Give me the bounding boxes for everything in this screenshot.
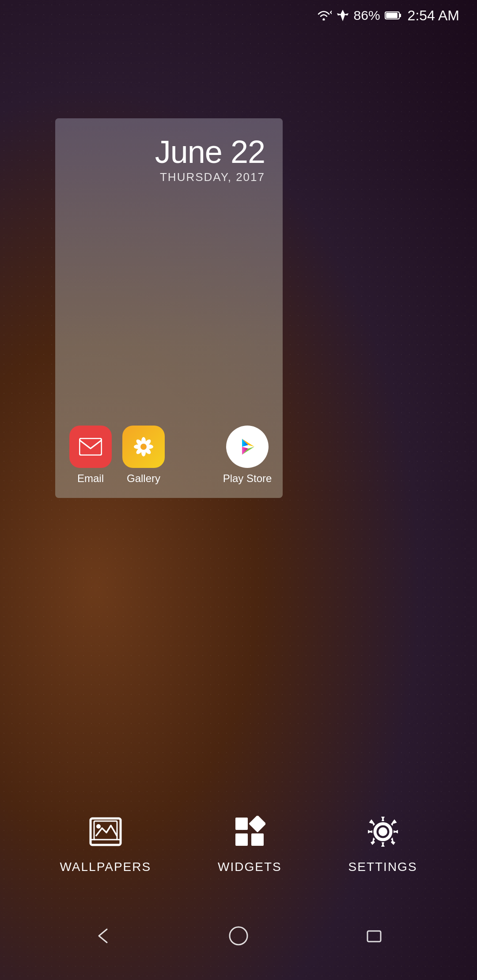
airplane-icon: [336, 9, 349, 22]
wallpapers-label: WALLPAPERS: [60, 860, 151, 874]
gallery-app-icon[interactable]: Gallery: [117, 426, 170, 485]
svg-rect-2: [399, 14, 401, 17]
svg-rect-4: [80, 438, 102, 455]
email-icon: [79, 438, 102, 456]
settings-icon: [365, 814, 401, 849]
gallery-label: Gallery: [127, 472, 160, 485]
wallpapers-svg-icon: [89, 815, 122, 848]
playstore-app-icon[interactable]: Play Store: [221, 426, 274, 485]
nav-home-icon: [227, 925, 250, 947]
date-widget: June 22 THURSDAY, 2017: [155, 136, 265, 184]
widgets-label: WIDGETS: [218, 860, 282, 874]
email-app-icon[interactable]: Email: [64, 426, 117, 485]
settings-action[interactable]: SETTINGS: [348, 814, 417, 874]
svg-point-17: [96, 824, 101, 829]
svg-rect-20: [235, 818, 248, 830]
battery-icon: [385, 11, 401, 20]
svg-point-27: [230, 927, 247, 945]
settings-svg-icon: [366, 815, 400, 848]
status-bar-right: 86% 2:54 AM: [316, 8, 459, 24]
date-display: June 22: [155, 136, 265, 168]
widgets-action[interactable]: WIDGETS: [218, 814, 282, 874]
status-icons: 86% 2:54 AM: [316, 8, 459, 24]
nav-back-button[interactable]: [85, 918, 121, 954]
playstore-icon: [237, 436, 258, 457]
nav-bar: [0, 892, 477, 980]
nav-back-icon: [92, 925, 114, 947]
nav-recents-button[interactable]: [356, 918, 392, 954]
svg-rect-23: [249, 816, 266, 833]
bottom-action-bar: WALLPAPERS WIDGETS: [0, 814, 477, 874]
wifi-icon: [316, 9, 332, 22]
email-label: Email: [77, 472, 104, 485]
svg-rect-22: [251, 833, 264, 846]
home-preview-card: June 22 THURSDAY, 2017 Email: [55, 118, 283, 498]
svg-rect-21: [235, 833, 248, 846]
app-icons-row: Email Gallery: [64, 426, 274, 485]
status-bar: 86% 2:54 AM: [0, 0, 477, 31]
email-icon-bg: [69, 426, 112, 468]
svg-point-13: [140, 444, 147, 450]
date-weekday: THURSDAY, 2017: [155, 170, 265, 184]
nav-recents-icon: [363, 925, 385, 947]
svg-point-25: [379, 827, 387, 836]
wallpapers-action[interactable]: WALLPAPERS: [60, 814, 151, 874]
settings-label: SETTINGS: [348, 860, 417, 874]
playstore-icon-bg: [226, 426, 269, 468]
widgets-svg-icon: [234, 816, 265, 848]
gallery-icon: [132, 435, 155, 458]
wallpapers-icon: [88, 814, 123, 849]
nav-home-button[interactable]: [221, 918, 256, 954]
gallery-icon-bg: [122, 426, 165, 468]
svg-point-0: [322, 19, 325, 21]
svg-rect-28: [367, 931, 381, 942]
svg-rect-3: [386, 13, 398, 18]
playstore-label: Play Store: [223, 472, 272, 485]
status-time: 2:54 AM: [408, 8, 459, 24]
widgets-icon: [232, 814, 267, 849]
battery-percentage: 86%: [354, 8, 380, 23]
